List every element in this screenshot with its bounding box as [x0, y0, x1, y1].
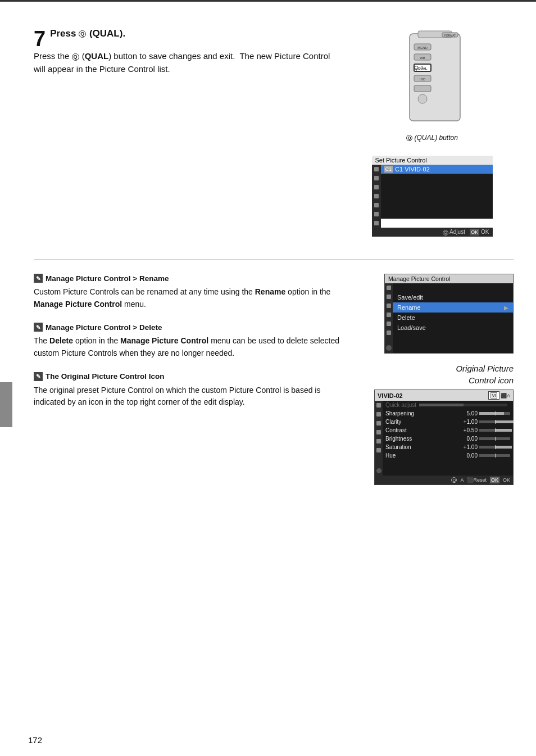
- sharpening-value: 5.00: [467, 410, 510, 417]
- hue-value: 0.00: [467, 452, 510, 459]
- clarity-value: +1.00: [464, 419, 510, 425]
- side-tab: [0, 382, 12, 427]
- manage-sidebar-dot-1: [387, 286, 391, 290]
- ok-label: OK: [481, 229, 489, 235]
- note-original-heading: ✎ The Original Picture Control Icon: [34, 372, 348, 381]
- page-container: 7 Press (QUAL). Press the (QUAL) button …: [0, 0, 536, 756]
- rename-arrow: ▶: [504, 305, 508, 311]
- edit-row-hue: Hue 0.00: [383, 451, 513, 460]
- manage-sidebar-dot-2: [387, 295, 391, 299]
- edit-title-text: VIVID-02: [378, 392, 403, 399]
- note-rename-heading: ✎ Manage Picture Control > Rename: [34, 274, 348, 283]
- qual-icon-body: [72, 53, 79, 61]
- screen-empty-area: [381, 174, 493, 219]
- manage-sidebar-dot-5: [387, 322, 391, 326]
- manage-row-empty: [393, 283, 513, 292]
- svg-text:ISO: ISO: [420, 78, 426, 81]
- svg-text:MENU: MENU: [417, 46, 428, 49]
- edit-sidebar-dot-5: [376, 439, 381, 443]
- sidebar-icon-5: [374, 203, 379, 207]
- svg-text:QUAL: QUAL: [418, 67, 428, 70]
- edit-content-area: Quick adjust Sharpening 5.00: [383, 401, 513, 476]
- top-border: [0, 0, 536, 2]
- manage-row-empty-2: [393, 333, 513, 342]
- edit-title-bar: VIVID-02 VI ⬛A: [375, 390, 513, 401]
- page-number: 172: [28, 735, 42, 745]
- manage-row-delete: Delete: [393, 313, 513, 323]
- pencil-icon-2: ✎: [34, 323, 43, 332]
- saturation-value: +1.00: [464, 444, 510, 450]
- item-icon: C1: [384, 166, 393, 173]
- manage-sidebar-dot-3: [387, 304, 391, 308]
- bottom-q-icon: Q: [443, 230, 448, 236]
- screen-title: Set Picture Control: [372, 156, 493, 165]
- note-original-icon: ✎ The Original Picture Control Icon The …: [34, 372, 348, 409]
- edit-row-saturation: Saturation +1.00: [383, 443, 513, 451]
- brightness-value: 0.00: [467, 436, 510, 442]
- original-icon-section: Original PictureControl icon VIVID-02 VI…: [374, 363, 514, 485]
- sidebar-icon-1: [374, 167, 379, 171]
- camera-diagram-container: FORMAT MENU WB Q Q QUAL ISO: [376, 28, 488, 132]
- section-7-text: 7 Press (QUAL). Press the (QUAL) button …: [34, 28, 334, 237]
- note-original-body: The original preset Picture Control on w…: [34, 384, 348, 409]
- orig-caption: Original PictureControl icon: [374, 363, 514, 386]
- manage-sidebar-dot-6: [387, 331, 391, 335]
- edit-row-sharpening: Sharpening 5.00: [383, 409, 513, 418]
- step-heading: Press (QUAL).: [50, 28, 125, 39]
- edit-sidebar-content: Quick adjust Sharpening 5.00: [375, 401, 513, 476]
- edit-bottom-bar: Q A ⬛Reset OK OK: [375, 476, 513, 485]
- manage-sidebar-content: Save/edit Rename ▶ Delete Load/save: [385, 283, 513, 353]
- note-rename-body: Custom Picture Controls can be renamed a…: [34, 286, 348, 310]
- original-control-icon: VI: [488, 391, 499, 400]
- sidebar-icon-7: [374, 221, 379, 225]
- qual-icon-heading: [79, 30, 86, 38]
- manage-row-loadsave: Load/save: [393, 323, 513, 333]
- set-picture-control-screen: Set Picture Control C1 C1: [372, 156, 493, 237]
- ok-btn-edit: OK: [490, 477, 499, 483]
- camera-diagram-svg: FORMAT MENU WB Q Q QUAL ISO: [376, 28, 488, 129]
- suffix-a: ⬛A: [501, 393, 510, 399]
- bottom-reset: ⬛Reset: [467, 477, 487, 483]
- ok-text-edit: OK: [503, 477, 510, 483]
- edit-sidebar-dot-4: [376, 430, 381, 434]
- bottom-q-sym: Q: [451, 477, 457, 483]
- contrast-value: +0.50: [464, 427, 510, 433]
- svg-text:FORMAT: FORMAT: [444, 34, 456, 37]
- svg-text:Q: Q: [415, 67, 417, 71]
- notes-section: ✎ Manage Picture Control > Rename Custom…: [34, 274, 514, 485]
- svg-point-16: [418, 94, 427, 103]
- sidebar-icon-2: [374, 176, 379, 180]
- manage-content-area: Save/edit Rename ▶ Delete Load/save: [393, 283, 513, 353]
- note-delete-heading: ✎ Manage Picture Control > Delete: [34, 323, 348, 332]
- sidebar-icon-4: [374, 194, 379, 198]
- manage-screen-title: Manage Picture Control: [385, 274, 513, 283]
- screen-sidebar-layout: C1 C1 VIVID-02: [372, 165, 493, 228]
- svg-text:WB: WB: [420, 56, 425, 60]
- section-7-images: FORMAT MENU WB Q Q QUAL ISO: [351, 28, 514, 237]
- edit-icon-box: VI ⬛A: [488, 391, 510, 400]
- screen-sidebar-icons: [372, 165, 381, 228]
- svg-rect-15: [414, 85, 431, 92]
- manage-row-rename: Rename ▶: [393, 302, 513, 313]
- step-number: 7: [34, 28, 46, 49]
- manage-row-saveedit: Save/edit: [393, 292, 513, 302]
- screen-main-area: C1 C1 VIVID-02: [381, 165, 493, 228]
- edit-sidebar-dot-1: [376, 403, 381, 408]
- edit-screen: VIVID-02 VI ⬛A: [374, 390, 514, 485]
- step-body: Press the (QUAL) button to save changes …: [34, 49, 334, 76]
- notes-images: Manage Picture Control Save: [365, 274, 514, 485]
- manage-picture-control-screen: Manage Picture Control Save: [384, 274, 514, 354]
- sidebar-icon-3: [374, 185, 379, 189]
- note-rename: ✎ Manage Picture Control > Rename Custom…: [34, 274, 348, 310]
- section-7: 7 Press (QUAL). Press the (QUAL) button …: [34, 17, 514, 237]
- bottom-auto: A: [460, 477, 464, 483]
- ok-btn-screen: OK: [470, 229, 479, 236]
- notes-text: ✎ Manage Picture Control > Rename Custom…: [34, 274, 348, 485]
- qual-icon-label: Q: [406, 135, 412, 141]
- sidebar-icon-6: [374, 212, 379, 216]
- edit-row-quick: Quick adjust: [383, 401, 513, 409]
- edit-row-brightness: Brightness 0.00: [383, 434, 513, 443]
- edit-sidebar-dot-6: [376, 448, 381, 452]
- step-heading-block: 7 Press (QUAL).: [34, 28, 334, 39]
- screen-bottom: Q Adjust OK OK: [372, 228, 493, 237]
